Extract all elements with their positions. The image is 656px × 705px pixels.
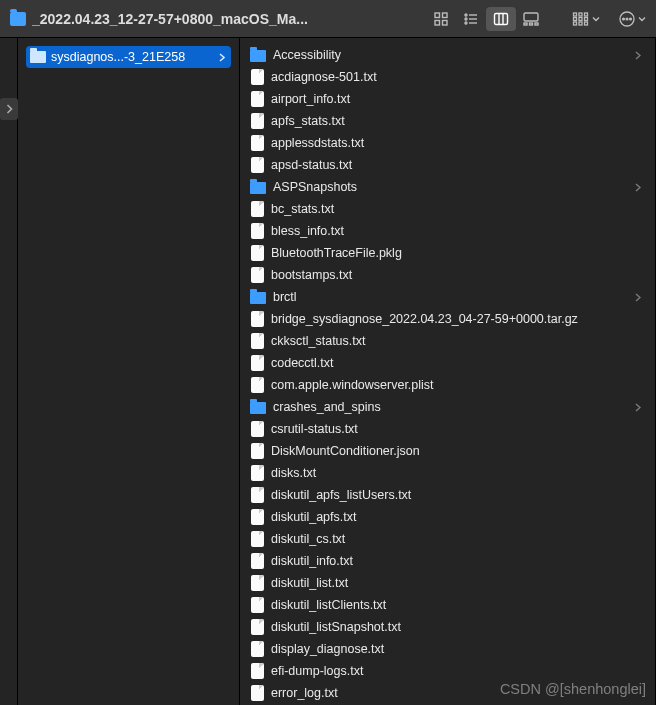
- svg-point-4: [465, 14, 467, 16]
- file-row[interactable]: bridge_sysdiagnose_2022.04.23_04-27-59+0…: [240, 308, 655, 330]
- chevron-right-icon: [635, 183, 641, 192]
- file-row[interactable]: diskutil_apfs_listUsers.txt: [240, 484, 655, 506]
- item-name: ASPSnapshots: [273, 180, 628, 194]
- svg-rect-24: [585, 17, 588, 20]
- file-row[interactable]: acdiagnose-501.txt: [240, 66, 655, 88]
- item-name: display_diagnose.txt: [271, 642, 641, 656]
- chevron-down-icon: [592, 15, 600, 23]
- file-row[interactable]: applessdstats.txt: [240, 132, 655, 154]
- column-view-button[interactable]: [486, 7, 516, 31]
- file-icon: [251, 509, 264, 525]
- folder-icon: [250, 50, 266, 62]
- svg-rect-2: [435, 20, 440, 25]
- file-icon: [251, 135, 264, 151]
- item-name: diskutil_list.txt: [271, 576, 641, 590]
- collapsed-column[interactable]: [0, 38, 18, 705]
- folder-row[interactable]: ASPSnapshots: [240, 176, 655, 198]
- item-name: crashes_and_spins: [273, 400, 628, 414]
- file-row[interactable]: bootstamps.txt: [240, 264, 655, 286]
- folder-row[interactable]: Accessibility: [240, 44, 655, 66]
- item-name: bless_info.txt: [271, 224, 641, 238]
- svg-point-29: [630, 18, 632, 20]
- file-row[interactable]: disks.txt: [240, 462, 655, 484]
- item-name: applessdstats.txt: [271, 136, 641, 150]
- file-row[interactable]: codecctl.txt: [240, 352, 655, 374]
- file-icon: [251, 597, 264, 613]
- svg-rect-1: [443, 13, 448, 18]
- file-icon: [251, 267, 264, 283]
- item-name: com.apple.windowserver.plist: [271, 378, 641, 392]
- file-icon: [251, 531, 264, 547]
- file-icon: [251, 113, 264, 129]
- folder-row[interactable]: brctl: [240, 286, 655, 308]
- file-row[interactable]: apsd-status.txt: [240, 154, 655, 176]
- file-row[interactable]: efi-dump-logs.txt: [240, 660, 655, 682]
- file-row[interactable]: diskutil_list.txt: [240, 572, 655, 594]
- file-icon: [251, 641, 264, 657]
- file-row[interactable]: DiskMountConditioner.json: [240, 440, 655, 462]
- file-row[interactable]: BluetoothTraceFile.pklg: [240, 242, 655, 264]
- svg-point-28: [626, 18, 628, 20]
- svg-point-27: [623, 18, 625, 20]
- item-name: bridge_sysdiagnose_2022.04.23_04-27-59+0…: [271, 312, 641, 326]
- item-name: diskutil_apfs_listUsers.txt: [271, 488, 641, 502]
- file-list: Accessibilityacdiagnose-501.txtairport_i…: [240, 38, 655, 704]
- file-row[interactable]: bc_stats.txt: [240, 198, 655, 220]
- item-name: efi-dump-logs.txt: [271, 664, 641, 678]
- svg-rect-21: [579, 17, 582, 20]
- column-browser: sysdiagnos...-3_21E258 Accessibilityacdi…: [0, 38, 656, 705]
- item-name: csrutil-status.txt: [271, 422, 641, 436]
- view-mode-group: [426, 7, 546, 31]
- file-row[interactable]: ckksctl_status.txt: [240, 330, 655, 352]
- column-1[interactable]: sysdiagnos...-3_21E258: [18, 38, 240, 705]
- gallery-view-button[interactable]: [516, 7, 546, 31]
- file-row[interactable]: diskutil_apfs.txt: [240, 506, 655, 528]
- file-icon: [251, 333, 264, 349]
- file-icon: [251, 377, 264, 393]
- chevron-right-icon: [635, 293, 641, 302]
- chevron-right-icon[interactable]: [0, 98, 18, 120]
- file-icon: [251, 465, 264, 481]
- file-row[interactable]: display_diagnose.txt: [240, 638, 655, 660]
- file-icon: [251, 355, 264, 371]
- item-name: error_log.txt: [271, 686, 641, 700]
- selected-folder[interactable]: sysdiagnos...-3_21E258: [26, 46, 231, 68]
- action-menu-button[interactable]: [618, 7, 646, 31]
- file-icon: [251, 223, 264, 239]
- window-title[interactable]: _2022.04.23_12-27-57+0800_macOS_Ma...: [10, 11, 308, 27]
- group-by-button[interactable]: [572, 7, 600, 31]
- item-name: ckksctl_status.txt: [271, 334, 641, 348]
- column-2[interactable]: Accessibilityacdiagnose-501.txtairport_i…: [240, 38, 656, 705]
- file-row[interactable]: error_log.txt: [240, 682, 655, 704]
- file-row[interactable]: apfs_stats.txt: [240, 110, 655, 132]
- file-row[interactable]: bless_info.txt: [240, 220, 655, 242]
- file-row[interactable]: diskutil_listSnapshot.txt: [240, 616, 655, 638]
- file-row[interactable]: com.apple.windowserver.plist: [240, 374, 655, 396]
- svg-rect-20: [579, 13, 582, 16]
- file-row[interactable]: airport_info.txt: [240, 88, 655, 110]
- chevron-down-icon: [638, 15, 646, 23]
- item-name: apsd-status.txt: [271, 158, 641, 172]
- icon-view-button[interactable]: [426, 7, 456, 31]
- svg-rect-17: [574, 13, 577, 16]
- folder-icon: [250, 402, 266, 414]
- file-row[interactable]: diskutil_info.txt: [240, 550, 655, 572]
- chevron-right-icon: [635, 403, 641, 412]
- svg-rect-18: [574, 17, 577, 20]
- item-name: diskutil_info.txt: [271, 554, 641, 568]
- svg-rect-19: [574, 22, 577, 25]
- selected-folder-label: sysdiagnos...-3_21E258: [51, 50, 214, 64]
- file-icon: [251, 311, 264, 327]
- window-title-text: _2022.04.23_12-27-57+0800_macOS_Ma...: [32, 11, 308, 27]
- file-row[interactable]: diskutil_cs.txt: [240, 528, 655, 550]
- file-row[interactable]: csrutil-status.txt: [240, 418, 655, 440]
- folder-row[interactable]: crashes_and_spins: [240, 396, 655, 418]
- file-row[interactable]: diskutil_listClients.txt: [240, 594, 655, 616]
- folder-icon: [250, 182, 266, 194]
- file-icon: [251, 553, 264, 569]
- item-name: codecctl.txt: [271, 356, 641, 370]
- file-icon: [251, 619, 264, 635]
- list-view-button[interactable]: [456, 7, 486, 31]
- item-name: brctl: [273, 290, 628, 304]
- toolbar-right-group: [572, 7, 646, 31]
